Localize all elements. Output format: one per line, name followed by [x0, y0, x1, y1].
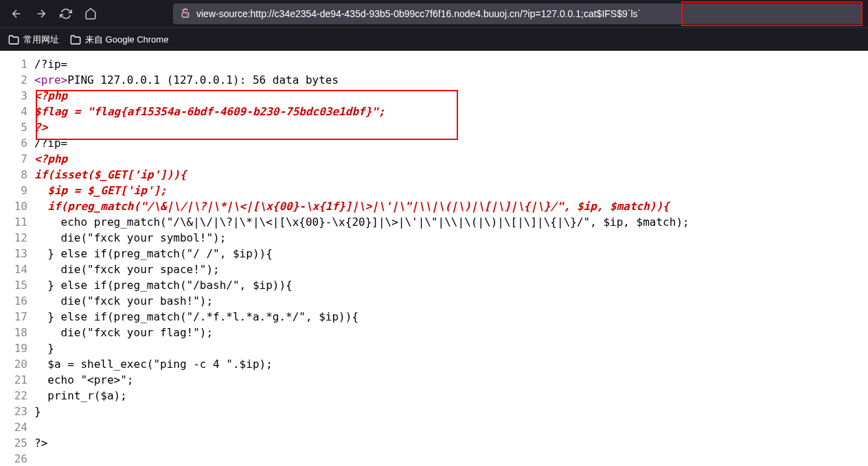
pre-tag: <pre>: [34, 73, 67, 86]
line-content: if(preg_match("/\&|\/|\?|\*|\<|[\x{00}-\…: [34, 198, 670, 214]
line-content: } else if(preg_match("/bash/", $ip)){: [34, 277, 293, 293]
line-content: echo preg_match("/\&|\/|\?|\*|\<|[\x{00}…: [34, 214, 689, 230]
line-number: 3: [0, 88, 34, 104]
source-line: 17 } else if(preg_match("/.*f.*l.*a.*g.*…: [0, 309, 868, 325]
bookmark-common-sites[interactable]: 常用网址: [8, 34, 59, 46]
line-content: $flag = "flag{af15354a-6bdf-4609-b230-75…: [34, 104, 385, 119]
source-line: 21 echo "<pre>";: [0, 372, 868, 388]
source-line: 25?>: [0, 435, 868, 451]
source-line: 7<?php: [0, 151, 868, 167]
line-number: 15: [0, 277, 34, 293]
line-number: 2: [0, 72, 34, 88]
source-line: 5?>: [0, 119, 868, 135]
source-line: 16 die("fxck your bash!");: [0, 293, 868, 309]
reload-icon: [60, 8, 72, 20]
source-line: 3<?php: [0, 88, 868, 104]
line-content: echo "<pre>";: [34, 372, 134, 388]
source-line: 9 $ip = $_GET['ip'];: [0, 183, 868, 198]
forward-button[interactable]: [30, 3, 52, 25]
line-number: 20: [0, 356, 34, 372]
line-content: die("fxck your space!");: [34, 261, 220, 277]
bookmark-label: 常用网址: [23, 34, 59, 46]
url-highlight-annotation: [681, 1, 863, 26]
line-number: 10: [0, 198, 34, 214]
line-number: 26: [0, 451, 34, 466]
line-number: 8: [0, 167, 34, 183]
source-line: 13 } else if(preg_match("/ /", $ip)){: [0, 246, 868, 261]
source-line: 18 die("fxck your flag!");: [0, 325, 868, 340]
home-icon: [84, 8, 97, 20]
bookmarks-bar: 常用网址 来自 Google Chrome: [0, 27, 868, 51]
lock-insecure-icon: [180, 8, 191, 21]
source-line: 14 die("fxck your space!");: [0, 261, 868, 277]
line-number: 1: [0, 56, 34, 72]
line-number: 18: [0, 325, 34, 340]
line-number: 16: [0, 293, 34, 309]
browser-toolbar: view-source:http://c34e2354-de94-435d-93…: [0, 0, 868, 27]
source-line: 26: [0, 451, 868, 466]
line-content: } else if(preg_match("/.*f.*l.*a.*g.*/",…: [34, 309, 358, 325]
source-line: 23}: [0, 404, 868, 419]
line-content: $ip = $_GET['ip'];: [34, 183, 167, 198]
line-content: }: [34, 340, 54, 356]
home-button[interactable]: [80, 3, 102, 25]
line-content: <?php: [34, 151, 67, 167]
line-number: 24: [0, 419, 34, 435]
source-line: 6/?ip=: [0, 135, 868, 151]
line-content: }: [34, 404, 41, 419]
line-number: 12: [0, 230, 34, 246]
line-number: 13: [0, 246, 34, 261]
bookmark-label: 来自 Google Chrome: [85, 34, 168, 46]
line-number: 23: [0, 404, 34, 419]
line-number: 11: [0, 214, 34, 230]
source-line: 22 print_r($a);: [0, 388, 868, 404]
arrow-left-icon: [10, 8, 23, 20]
source-line: 20 $a = shell_exec("ping -c 4 ".$ip);: [0, 356, 868, 372]
line-number: 14: [0, 261, 34, 277]
line-number: 9: [0, 183, 34, 198]
folder-icon: [70, 34, 81, 45]
source-line: 11 echo preg_match("/\&|\/|\?|\*|\<|[\x{…: [0, 214, 868, 230]
line-text: PING 127.0.0.1 (127.0.0.1): 56 data byte…: [67, 73, 339, 86]
bookmark-from-chrome[interactable]: 来自 Google Chrome: [70, 34, 168, 46]
line-number: 17: [0, 309, 34, 325]
source-line: 19 }: [0, 340, 868, 356]
arrow-right-icon: [35, 8, 47, 20]
folder-icon: [8, 34, 19, 45]
source-line: 4$flag = "flag{af15354a-6bdf-4609-b230-7…: [0, 104, 868, 119]
line-content: <pre>PING 127.0.0.1 (127.0.0.1): 56 data…: [34, 72, 339, 88]
line-number: 25: [0, 435, 34, 451]
line-content: ?>: [34, 119, 47, 135]
source-line: 12 die("fxck your symbol!");: [0, 230, 868, 246]
line-content: die("fxck your symbol!");: [34, 230, 226, 246]
line-content: if(isset($_GET['ip'])){: [34, 167, 187, 183]
line-number: 22: [0, 388, 34, 404]
source-line: 1/?ip=: [0, 56, 868, 72]
source-line: 10 if(preg_match("/\&|\/|\?|\*|\<|[\x{00…: [0, 198, 868, 214]
line-content: <?php: [34, 88, 67, 104]
line-content: $a = shell_exec("ping -c 4 ".$ip);: [34, 356, 273, 372]
url-text: view-source:http://c34e2354-de94-435d-93…: [196, 8, 641, 19]
line-content: ?>: [34, 435, 47, 451]
line-content: /?ip=: [34, 56, 67, 72]
line-content: print_r($a);: [34, 388, 127, 404]
line-number: 21: [0, 372, 34, 388]
reload-button[interactable]: [55, 3, 77, 25]
source-line: 15 } else if(preg_match("/bash/", $ip)){: [0, 277, 868, 293]
line-number: 7: [0, 151, 34, 167]
source-line: 8if(isset($_GET['ip'])){: [0, 167, 868, 183]
source-line: 2<pre>PING 127.0.0.1 (127.0.0.1): 56 dat…: [0, 72, 868, 88]
address-bar[interactable]: view-source:http://c34e2354-de94-435d-93…: [173, 3, 863, 24]
source-view: 1/?ip=2<pre>PING 127.0.0.1 (127.0.0.1): …: [0, 51, 868, 466]
line-number: 6: [0, 135, 34, 151]
line-content: /?ip=: [34, 135, 67, 151]
back-button[interactable]: [5, 3, 27, 25]
line-content: } else if(preg_match("/ /", $ip)){: [34, 246, 273, 261]
line-number: 5: [0, 119, 34, 135]
line-content: die("fxck your bash!");: [34, 293, 213, 309]
line-content: die("fxck your flag!");: [34, 325, 213, 340]
line-number: 4: [0, 104, 34, 119]
source-line: 24: [0, 419, 868, 435]
line-number: 19: [0, 340, 34, 356]
